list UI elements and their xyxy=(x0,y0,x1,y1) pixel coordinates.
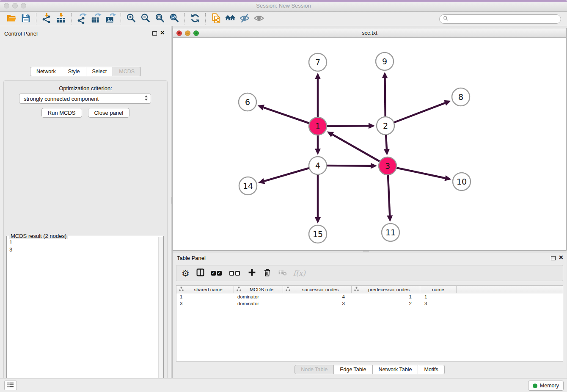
delete-button[interactable] xyxy=(263,267,272,279)
table-cell[interactable]: 3 xyxy=(283,301,352,306)
table-settings-button[interactable]: ⚙ xyxy=(182,267,190,279)
refresh-icon xyxy=(190,13,201,25)
graph-node-7[interactable]: 7 xyxy=(309,53,327,71)
float-panel-icon[interactable] xyxy=(152,31,157,36)
mcds-result-list: 13 xyxy=(8,239,157,392)
tab-network-table[interactable]: Network Table xyxy=(373,365,418,374)
search-field[interactable] xyxy=(439,14,561,24)
close-table-panel-icon[interactable]: ✕ xyxy=(559,254,564,260)
criterion-dropdown[interactable]: strongly connected component xyxy=(19,94,151,104)
add-button[interactable] xyxy=(248,267,256,279)
tab-edge-table[interactable]: Edge Table xyxy=(334,365,372,374)
zoom-in-icon xyxy=(126,13,137,25)
export-image-button[interactable] xyxy=(103,13,118,25)
table-cell[interactable]: dominator xyxy=(234,294,283,299)
tab-node-table[interactable]: Node Table xyxy=(295,365,334,374)
close-panel-icon[interactable]: ✕ xyxy=(160,30,165,36)
table-cell[interactable]: 3 xyxy=(420,301,457,306)
checked-box-icon: ✓ xyxy=(211,271,216,276)
table-toolbar: ⚙ ✓✓ f(x) xyxy=(176,265,563,281)
float-table-panel-icon[interactable] xyxy=(551,256,556,260)
zoom-in-button[interactable] xyxy=(124,13,138,25)
network-canvas[interactable]: 7968124314101511 xyxy=(173,38,566,250)
table-cell[interactable]: 3 xyxy=(176,301,234,306)
run-mcds-button[interactable]: Run MCDS xyxy=(41,108,82,118)
toggle-columns-button[interactable] xyxy=(196,267,205,279)
select-all-button[interactable]: ✓✓ xyxy=(211,267,223,279)
table-row[interactable]: 3dominator323 xyxy=(176,300,563,307)
graph-node-2[interactable]: 2 xyxy=(377,117,394,135)
svg-text:6: 6 xyxy=(245,97,250,107)
toolbar-separator xyxy=(205,13,206,25)
clone-network-button[interactable] xyxy=(209,13,223,25)
column-header-shared-name[interactable]: shared name xyxy=(176,286,234,293)
show-panels-button[interactable] xyxy=(4,381,17,390)
svg-text:10: 10 xyxy=(457,177,467,186)
refresh-layout-button[interactable] xyxy=(188,13,202,25)
open-folder-icon xyxy=(6,13,17,25)
zoom-selected-button[interactable] xyxy=(167,13,182,25)
deselect-all-button[interactable] xyxy=(229,267,241,279)
graph-node-1[interactable]: 1 xyxy=(309,117,327,135)
export-network-button[interactable] xyxy=(74,13,89,25)
result-scrollbar[interactable] xyxy=(158,237,163,392)
graph-node-15[interactable]: 15 xyxy=(309,225,327,243)
tab-mcds[interactable]: MCDS xyxy=(113,67,141,76)
table-cell[interactable]: 1 xyxy=(176,294,234,299)
table-cell[interactable]: 1 xyxy=(420,294,457,299)
table-row[interactable]: 1dominator411 xyxy=(176,293,563,300)
column-header-name[interactable]: name xyxy=(420,286,457,293)
column-header-predecessor-nodes[interactable]: predecessor nodes xyxy=(352,286,420,293)
graph-node-3[interactable]: 3 xyxy=(379,157,396,175)
control-panel-title: Control Panel xyxy=(4,30,38,37)
zoom-out-button[interactable] xyxy=(138,13,153,25)
horizontal-splitter-grip[interactable] xyxy=(363,251,369,252)
graph-node-6[interactable]: 6 xyxy=(239,93,256,111)
table-cell[interactable]: dominator xyxy=(234,301,283,306)
column-label: successor nodes xyxy=(291,287,350,292)
zoom-fit-button[interactable] xyxy=(153,13,167,25)
graph-node-9[interactable]: 9 xyxy=(376,52,394,70)
column-header-successor-nodes[interactable]: successor nodes xyxy=(283,286,352,293)
graph-edge-2-8[interactable] xyxy=(385,100,451,126)
import-table-button[interactable] xyxy=(54,13,68,25)
graph-edge-1-6[interactable] xyxy=(258,105,318,126)
column-header-MCDS-role[interactable]: MCDS role xyxy=(234,286,283,293)
svg-text:1: 1 xyxy=(315,121,320,131)
splitter-grip[interactable] xyxy=(171,197,172,204)
zoom-fit-icon xyxy=(154,13,165,25)
graph-node-4[interactable]: 4 xyxy=(309,157,327,174)
hide-selected-button[interactable] xyxy=(237,13,252,25)
save-session-button[interactable] xyxy=(19,13,33,25)
first-neighbors-button[interactable] xyxy=(223,13,237,25)
memory-button[interactable]: Memory xyxy=(528,381,564,391)
tab-network[interactable]: Network xyxy=(30,67,62,76)
table-cell[interactable]: 1 xyxy=(352,294,420,299)
graph-node-11[interactable]: 11 xyxy=(382,224,399,241)
graph-edge-3-1[interactable] xyxy=(327,131,388,166)
toolbar-separator xyxy=(184,13,185,25)
tab-style[interactable]: Style xyxy=(62,67,86,76)
status-bar: Memory xyxy=(0,378,567,392)
graph-node-14[interactable]: 14 xyxy=(239,177,257,195)
graph-node-8[interactable]: 8 xyxy=(452,88,470,106)
svg-text:14: 14 xyxy=(243,181,253,190)
column-label: predecessor nodes xyxy=(360,287,418,292)
import-network-button[interactable] xyxy=(39,13,54,25)
fx-icon: f(x) xyxy=(293,269,306,277)
open-session-button[interactable] xyxy=(4,13,19,25)
graph-edge-3-10[interactable] xyxy=(388,166,451,181)
tab-select[interactable]: Select xyxy=(86,67,113,76)
show-all-button[interactable] xyxy=(252,13,266,25)
table-cell[interactable]: 2 xyxy=(352,301,420,306)
export-table-button[interactable] xyxy=(89,13,103,25)
search-icon xyxy=(443,15,451,23)
table-cell[interactable]: 4 xyxy=(283,294,352,299)
table-body: 1dominator4113dominator323 xyxy=(176,293,563,362)
search-input[interactable] xyxy=(451,16,557,22)
os-title-bar: Session: New Session xyxy=(0,0,567,12)
close-panel-button[interactable]: Close panel xyxy=(88,108,130,118)
tab-motifs[interactable]: Motifs xyxy=(418,365,444,374)
graph-node-10[interactable]: 10 xyxy=(453,173,471,190)
criterion-value: strongly connected component xyxy=(24,96,144,102)
